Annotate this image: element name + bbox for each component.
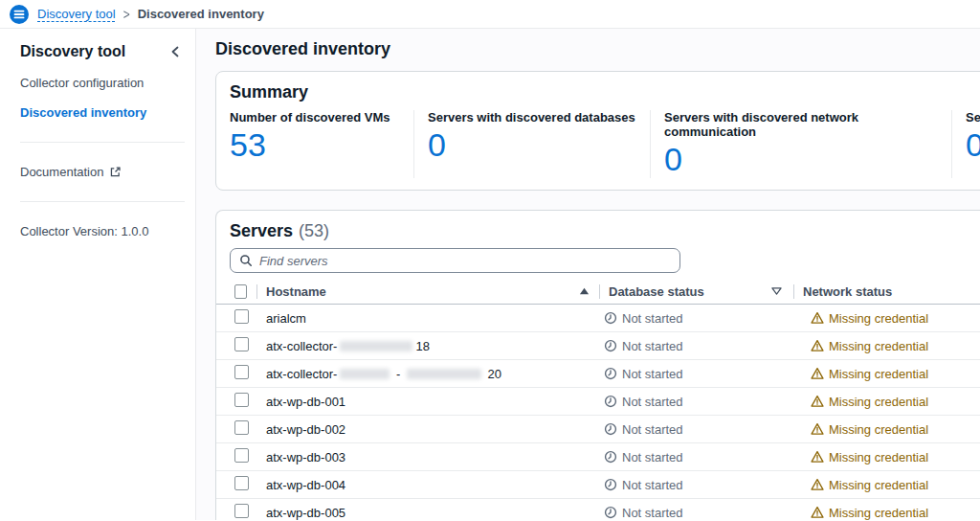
database-status-cell: Not started	[599, 395, 793, 409]
servers-heading: Servers	[230, 220, 293, 241]
collector-version-text: Collector Version: 1.0.0	[20, 224, 185, 238]
stat-value: 0	[664, 141, 951, 178]
warning-triangle-icon	[811, 395, 824, 408]
row-checkbox-cell	[216, 337, 266, 354]
table-row: arialcmNot startedMissing credential	[216, 305, 980, 332]
stat-label: Servers with discovered databases	[428, 110, 650, 125]
row-checkbox-cell	[216, 309, 266, 327]
column-label: Database status	[609, 284, 704, 299]
network-status-cell: Missing credential	[793, 422, 980, 437]
network-status-text: Missing credential	[829, 450, 928, 464]
database-status-text: Not started	[622, 395, 683, 409]
network-status-cell: Missing credential	[793, 367, 980, 381]
main-content: Discovered inventory Summary Number of d…	[196, 29, 980, 520]
sidebar-documentation-link[interactable]: Documentation	[20, 165, 185, 179]
stat-servers-with-databases: Servers with discovered databases 0	[413, 110, 650, 178]
hostname-cell: atx-wp-db-002	[266, 422, 599, 437]
external-link-icon	[109, 166, 122, 178]
documentation-label: Documentation	[20, 165, 103, 179]
stat-value: 0	[428, 126, 650, 164]
breadcrumb-separator: >	[123, 6, 130, 22]
database-status-cell: Not started	[599, 478, 793, 492]
hostname-cell: atx-collector-18	[266, 339, 599, 353]
pending-clock-icon	[604, 395, 617, 408]
sidebar-item-discovered-inventory[interactable]: Discovered inventory	[20, 105, 185, 120]
pending-clock-icon	[604, 367, 617, 380]
hostname-cell: arialcm	[266, 311, 599, 326]
sort-ascending-icon[interactable]	[579, 286, 590, 296]
row-checkbox[interactable]	[234, 420, 249, 435]
database-status-cell: Not started	[599, 311, 793, 326]
stat-servers-with-network-communication: Servers with discovered network communic…	[650, 110, 951, 178]
sidebar-header: Discovery tool	[20, 43, 185, 60]
servers-card: Servers (53) Hostname	[215, 210, 980, 520]
database-status-text: Not started	[622, 450, 683, 464]
breadcrumb: Discovery tool > Discovered inventory	[37, 7, 264, 21]
row-checkbox[interactable]	[234, 476, 249, 490]
database-status-text: Not started	[622, 339, 683, 353]
filter-icon[interactable]	[771, 286, 782, 296]
breadcrumb-link-discovery-tool[interactable]: Discovery tool	[37, 7, 116, 21]
servers-search-box[interactable]	[230, 248, 680, 273]
redacted-text	[340, 369, 390, 379]
row-checkbox[interactable]	[234, 504, 249, 518]
menu-button[interactable]	[10, 5, 29, 24]
row-checkbox[interactable]	[234, 309, 249, 324]
row-checkbox[interactable]	[234, 337, 249, 351]
select-all-checkbox[interactable]	[234, 284, 247, 299]
chevron-left-icon	[169, 45, 181, 58]
pending-clock-icon	[604, 450, 617, 464]
column-label: Network status	[803, 284, 892, 299]
page-title: Discovered inventory	[215, 38, 980, 59]
network-status-cell: Missing credential	[793, 395, 980, 409]
hostname-cell: atx-wp-db-005	[266, 506, 599, 520]
table-row: atx-wp-db-004Not startedMissing credenti…	[216, 471, 980, 499]
search-input[interactable]	[259, 254, 671, 268]
table-row: atx-wp-db-003Not startedMissing credenti…	[216, 443, 980, 471]
network-status-cell: Missing credential	[793, 478, 980, 492]
row-checkbox[interactable]	[234, 448, 249, 463]
table-row: atx-collector- - 20Not startedMissing cr…	[216, 360, 980, 388]
column-label: Hostname	[266, 284, 326, 299]
row-checkbox[interactable]	[234, 393, 249, 407]
database-status-text: Not started	[622, 506, 683, 520]
pending-clock-icon	[604, 311, 617, 325]
column-header-database-status[interactable]: Database status	[599, 279, 793, 304]
hostname-text: atx-wp-db-004	[266, 478, 345, 492]
database-status-text: Not started	[622, 367, 683, 381]
row-checkbox-cell	[216, 420, 266, 438]
page-layout: Discovery tool Collector configuration D…	[0, 29, 980, 520]
sidebar-divider	[20, 142, 185, 143]
column-divider	[256, 284, 257, 299]
warning-triangle-icon	[811, 422, 824, 436]
column-header-hostname[interactable]: Hostname	[266, 279, 599, 304]
summary-heading: Summary	[230, 81, 980, 102]
sidebar-collapse-button[interactable]	[169, 45, 181, 58]
warning-triangle-icon	[811, 450, 824, 464]
hostname-cell: atx-wp-db-003	[266, 450, 599, 464]
stat-value: 53	[230, 126, 413, 164]
pending-clock-icon	[604, 478, 617, 491]
network-status-text: Missing credential	[829, 311, 928, 326]
row-checkbox[interactable]	[234, 365, 249, 379]
hostname-text: 20	[484, 367, 501, 381]
database-status-cell: Not started	[599, 422, 793, 437]
row-checkbox-cell	[216, 393, 266, 410]
stat-label: Number of discovered VMs	[230, 110, 413, 125]
hostname-text: arialcm	[266, 311, 306, 326]
breadcrumb-current: Discovered inventory	[138, 7, 264, 21]
redacted-text	[340, 341, 412, 351]
hamburger-icon	[10, 5, 29, 24]
top-navigation-bar: Discovery tool > Discovered inventory	[0, 0, 980, 29]
search-icon	[239, 254, 253, 267]
table-row: atx-collector-18Not startedMissing crede…	[216, 332, 980, 360]
column-header-network-status[interactable]: Network status	[793, 279, 980, 304]
table-row: atx-wp-db-005Not startedMissing credenti…	[216, 499, 980, 520]
hostname-cell: atx-wp-db-001	[266, 395, 599, 409]
database-status-text: Not started	[622, 422, 683, 437]
hostname-text: atx-collector-	[266, 367, 337, 381]
stat-truncated: Ser 0	[951, 110, 980, 178]
pending-clock-icon	[604, 339, 617, 352]
sidebar-item-collector-configuration[interactable]: Collector configuration	[20, 76, 185, 90]
warning-triangle-icon	[811, 506, 824, 519]
